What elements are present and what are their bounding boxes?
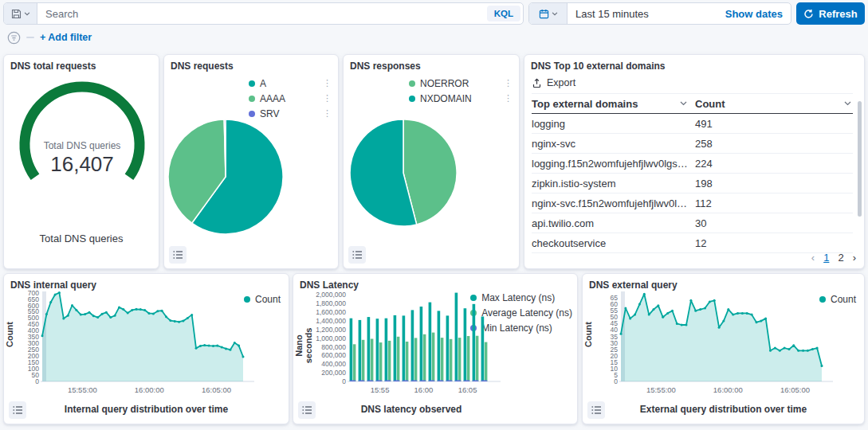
legend-toggle-button[interactable] <box>169 246 187 264</box>
table-row: logging491 <box>532 114 853 134</box>
legend-label: NXDOMAIN <box>420 93 472 104</box>
list-icon <box>173 250 183 260</box>
gauge-center-label: Total DNS queries <box>44 140 121 151</box>
refresh-icon <box>803 9 814 19</box>
cell-domain: nginx-svc.f15n2womfujehfjlwv0lgs3no... <box>532 197 695 209</box>
legend-dot-icon <box>249 80 255 87</box>
legend-item[interactable]: NXDOMAIN⋮ <box>409 91 513 106</box>
svg-text:600,000: 600,000 <box>321 351 346 359</box>
column-label: Count <box>695 98 725 110</box>
bar-chart[interactable]: 0200,000400,000600,000800,0001,000,0001,… <box>304 287 504 406</box>
table-row: zipkin.istio-system198 <box>532 174 853 194</box>
date-picker: Last 15 minutes Show dates <box>528 2 791 25</box>
legend-menu-icon[interactable]: ⋮ <box>312 109 332 118</box>
svg-text:16:00:00: 16:00:00 <box>713 385 743 394</box>
panel-dns-total-requests: DNS total requests Total DNS queries 16,… <box>3 54 159 269</box>
legend: NOERROR⋮NXDOMAIN⋮ <box>409 76 513 106</box>
cell-count: 224 <box>695 158 853 170</box>
cell-domain: zipkin.istio-system <box>532 178 695 190</box>
pie-chart[interactable] <box>166 117 285 236</box>
pagination-page-2[interactable]: 2 <box>838 252 843 264</box>
panel-title: DNS requests <box>171 61 234 72</box>
panel-dns-internal-query: DNS internal query Count Count 050100150… <box>3 273 289 424</box>
pie-chart[interactable] <box>348 117 459 229</box>
show-dates-button[interactable]: Show dates <box>725 3 791 24</box>
legend-item[interactable]: AAAA⋮ <box>249 91 332 106</box>
top-bar: KQL Last 15 minutes Show dates Refresh <box>3 2 865 25</box>
legend-toggle-button[interactable] <box>348 246 366 264</box>
saved-query-menu-button[interactable] <box>4 3 37 24</box>
cell-count: 491 <box>695 118 853 130</box>
svg-text:15:55: 15:55 <box>371 385 390 394</box>
panel-dns-external-query: DNS external query Count Count 051015202… <box>582 273 865 424</box>
cell-domain: logging.f15n2womfujehfjlwv0lgs3nog.... <box>532 158 695 170</box>
svg-text:1,000,000: 1,000,000 <box>316 334 346 342</box>
chart-subtitle: External query distribution over time <box>583 404 864 415</box>
svg-text:65: 65 <box>611 294 619 302</box>
legend-menu-icon[interactable]: ⋮ <box>312 94 332 103</box>
date-quick-select-button[interactable] <box>529 3 568 24</box>
svg-text:0: 0 <box>342 377 346 385</box>
table-row: checkoutservice12 <box>532 233 853 253</box>
gauge-chart[interactable]: Total DNS queries 16,407 <box>6 71 158 198</box>
legend-label: AAAA <box>260 93 285 104</box>
export-icon <box>532 78 542 88</box>
time-range-value[interactable]: Last 15 minutes <box>568 3 725 24</box>
legend-toggle-button[interactable] <box>9 401 26 419</box>
list-icon <box>352 250 363 260</box>
panel-dns-top-external-domains: DNS Top 10 external domains Export Top e… <box>524 54 865 269</box>
legend-label: NOERROR <box>420 78 469 89</box>
panel-dns-requests: DNS requests A⋮AAAA⋮SRV⋮ <box>163 54 339 269</box>
column-header-count[interactable]: Count <box>695 98 853 110</box>
svg-text:1,400,000: 1,400,000 <box>316 317 346 325</box>
refresh-button[interactable]: Refresh <box>796 2 865 25</box>
svg-text:1,200,000: 1,200,000 <box>316 326 346 334</box>
svg-text:200,000: 200,000 <box>321 369 346 377</box>
svg-text:2,000,000: 2,000,000 <box>316 291 346 299</box>
legend-item[interactable]: NOERROR⋮ <box>409 76 513 91</box>
list-icon <box>302 405 312 415</box>
scrollbar-thumb[interactable] <box>858 101 862 217</box>
panel-dns-responses: DNS responses NOERROR⋮NXDOMAIN⋮ <box>343 54 520 269</box>
svg-text:400,000: 400,000 <box>321 360 346 368</box>
sort-chevron-icon <box>680 101 687 106</box>
svg-text:1,800,000: 1,800,000 <box>316 299 346 307</box>
legend-menu-icon[interactable]: ⋮ <box>493 94 513 103</box>
cell-domain: checkoutservice <box>532 237 695 249</box>
pagination-page-1[interactable]: 1 <box>823 252 829 264</box>
svg-text:16:00:00: 16:00:00 <box>135 385 164 394</box>
panel-dns-latency: DNS Latency Nano seconds Max Latency (ns… <box>293 273 578 424</box>
legend-dot-icon <box>409 96 415 102</box>
table-row: api.twilio.com30 <box>532 213 853 233</box>
legend-label: A <box>260 78 266 89</box>
table-body: logging491nginx-svc258logging.f15n2womfu… <box>532 114 853 253</box>
legend-menu-icon[interactable]: ⋮ <box>312 79 332 88</box>
export-button[interactable]: Export <box>532 77 575 88</box>
filter-icon[interactable] <box>7 31 21 45</box>
save-icon <box>11 9 22 19</box>
table-row: nginx-svc258 <box>532 134 853 154</box>
cell-count: 258 <box>695 138 853 150</box>
cell-domain: nginx-svc <box>532 138 695 150</box>
search-input[interactable] <box>37 3 485 24</box>
legend: A⋮AAAA⋮SRV⋮ <box>249 76 332 121</box>
svg-text:1,600,000: 1,600,000 <box>316 308 346 316</box>
pagination-prev-icon[interactable]: ‹ <box>811 252 815 264</box>
legend-dot-icon <box>249 111 255 117</box>
area-chart[interactable]: 0510152025303540455055606515:55:0016:00:… <box>594 287 841 406</box>
sort-chevron-icon <box>844 101 851 106</box>
area-chart[interactable]: 0501001502002503003504004505005506006507… <box>15 287 262 406</box>
legend-item[interactable]: A⋮ <box>249 76 332 91</box>
kql-button[interactable]: KQL <box>487 6 520 22</box>
column-label: Top external domains <box>532 98 638 110</box>
cell-domain: logging <box>532 118 695 130</box>
add-filter-button[interactable]: + Add filter <box>40 32 92 43</box>
chart-subtitle: DNS latency observed <box>293 404 529 415</box>
table-header: Top external domains Count <box>532 93 853 114</box>
legend-toggle-button[interactable] <box>298 401 316 419</box>
legend-toggle-button[interactable] <box>587 401 605 419</box>
pagination-next-icon[interactable]: › <box>853 252 856 264</box>
column-header-domains[interactable]: Top external domains <box>532 98 695 110</box>
legend-menu-icon[interactable]: ⋮ <box>493 79 513 88</box>
panel-title: DNS responses <box>350 61 421 72</box>
